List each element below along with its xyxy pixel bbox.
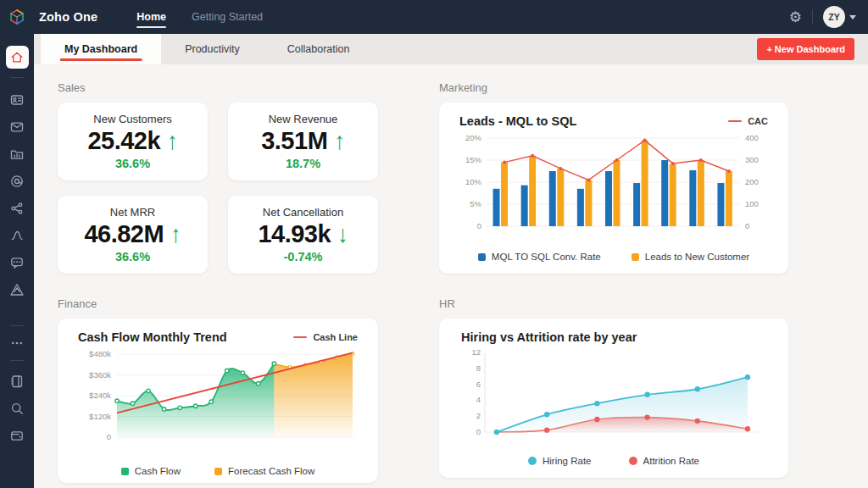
brand-title: Zoho One	[39, 10, 97, 24]
section-hr: HR Hiring vs Attrition rate by year 1286…	[439, 297, 788, 488]
sidebar-item-flow[interactable]	[6, 225, 28, 247]
kpi-value: 14.93k	[258, 220, 331, 248]
svg-text:300: 300	[745, 155, 759, 164]
sidebar-divider	[10, 325, 24, 326]
sidebar-item-wallet[interactable]	[6, 424, 28, 446]
hr-chart-card[interactable]: Hiring vs Attrition rate by year 1286420…	[439, 319, 788, 478]
chart-title: Cash Flow Monthly Trend	[78, 330, 227, 344]
zoho-logo-icon[interactable]	[0, 0, 34, 34]
svg-text:20%: 20%	[465, 133, 482, 142]
tab-productivity[interactable]: Productivity	[161, 34, 264, 64]
sidebar-item-notebook[interactable]	[6, 370, 28, 392]
kpi-value: 46.82M	[84, 220, 164, 248]
tab-collaboration[interactable]: Collaboration	[264, 34, 374, 64]
svg-text:15%: 15%	[465, 155, 482, 164]
user-menu[interactable]: ZY	[823, 6, 856, 28]
svg-text:200: 200	[745, 177, 759, 186]
avatar[interactable]: ZY	[823, 6, 845, 28]
sidebar-item-search[interactable]	[6, 397, 28, 419]
section-marketing: Marketing Leads - MQL to SQL CAC 20%4001…	[439, 81, 788, 279]
kpi-title: Net Cancellation	[263, 206, 343, 219]
topbar-divider	[812, 9, 813, 25]
legend-cash-flow: Cash Flow	[121, 466, 181, 476]
section-label-marketing: Marketing	[439, 81, 788, 94]
kpi-change: 36.6%	[115, 250, 150, 263]
svg-text:2: 2	[476, 411, 481, 420]
arrow-up-icon: ↑	[167, 129, 178, 153]
kpi-card-new-revenue[interactable]: New Revenue 3.51M ↑ 18.7%	[228, 103, 378, 180]
svg-text:5%: 5%	[470, 199, 481, 208]
flow-icon	[9, 228, 25, 243]
sidebar-item-home[interactable]	[6, 46, 29, 69]
section-sales: Sales New Customers 25.42k ↑ 36.6% New R…	[58, 81, 378, 279]
sidebar-item-more-ellipsis[interactable]	[6, 332, 28, 354]
kpi-title: New Customers	[93, 113, 171, 125]
arrow-up-icon: ↑	[170, 222, 181, 247]
kpi-card-net-mrr[interactable]: Net MRR 46.82M ↑ 36.6%	[58, 196, 208, 274]
svg-text:$120k: $120k	[89, 412, 111, 421]
sidebar-item-at-sign[interactable]	[6, 170, 28, 192]
chart-title: Hiring vs Attrition rate by year	[461, 330, 637, 344]
gear-icon[interactable]: ⚙	[789, 10, 802, 25]
kpi-card-net-cancellation[interactable]: Net Cancellation 14.93k ↓ -0.74%	[228, 196, 378, 274]
dashboard-main: Sales New Customers 25.42k ↑ 36.6% New R…	[34, 64, 868, 488]
mail-icon	[9, 119, 25, 135]
svg-text:0: 0	[477, 221, 481, 230]
wallet-icon	[9, 428, 25, 443]
sales-kpi-grid: New Customers 25.42k ↑ 36.6% New Revenue…	[58, 103, 378, 274]
section-label-hr: HR	[439, 297, 788, 310]
sidebar-item-mail[interactable]	[6, 116, 28, 138]
cyan-dot-icon	[528, 457, 537, 465]
section-label-finance: Finance	[58, 297, 378, 310]
kpi-change: -0.74%	[284, 250, 323, 263]
at-sign-icon	[9, 174, 25, 189]
legend-cash-line: Cash Line	[293, 332, 358, 342]
app-sidebar	[0, 34, 34, 488]
id-card-icon	[9, 92, 25, 108]
svg-text:$480k: $480k	[89, 349, 111, 358]
share-nodes-icon	[9, 201, 25, 216]
chart-title: Leads - MQL to SQL	[459, 114, 576, 128]
topbar: Zoho One Home Getting Started ⚙ ZY	[0, 0, 868, 34]
tab-my-dashboard[interactable]: My Dashboard	[41, 34, 161, 64]
marketing-chart: 20%40015%30010%2005%10000	[459, 131, 768, 248]
topnav-home[interactable]: Home	[136, 0, 166, 34]
chat-icon	[9, 255, 25, 270]
red-line-swatch-icon	[728, 120, 742, 122]
svg-text:0: 0	[476, 427, 481, 436]
svg-text:$240k: $240k	[89, 391, 111, 400]
kpi-value: 3.51M	[261, 127, 327, 155]
new-dashboard-button[interactable]: + New Dashboard	[757, 38, 854, 60]
legend-cac: CAC	[728, 116, 768, 126]
red-line-swatch-icon	[293, 336, 307, 338]
notebook-icon	[9, 374, 25, 389]
svg-text:400: 400	[745, 133, 759, 142]
orange-square-icon	[214, 468, 222, 475]
section-finance: Finance Cash Flow Monthly Trend Cash Lin…	[58, 297, 378, 488]
section-label-sales: Sales	[58, 81, 378, 94]
kpi-card-new-customers[interactable]: New Customers 25.42k ↑ 36.6%	[58, 103, 208, 180]
sidebar-item-mountain[interactable]	[6, 279, 28, 301]
sidebar-item-id-card[interactable]	[6, 89, 28, 111]
top-navigation: Home Getting Started	[136, 0, 263, 34]
kpi-title: Net MRR	[110, 206, 155, 219]
kpi-title: New Revenue	[269, 113, 338, 125]
sidebar-item-folder-chart[interactable]	[6, 143, 28, 165]
svg-text:12: 12	[471, 347, 481, 357]
kpi-value: 25.42k	[87, 127, 160, 155]
red-dot-icon	[629, 457, 637, 465]
legend-forecast-cash-flow: Forecast Cash Flow	[214, 466, 314, 476]
finance-chart: $480k$360k$240k$120k0	[78, 347, 358, 463]
arrow-down-icon: ↓	[337, 222, 348, 247]
svg-text:10%: 10%	[465, 177, 482, 186]
arrow-up-icon: ↑	[334, 129, 345, 153]
topnav-getting-started[interactable]: Getting Started	[192, 0, 263, 34]
dashboard-tabbar: My Dashboard Productivity Collaboration …	[34, 34, 868, 64]
marketing-chart-card[interactable]: Leads - MQL to SQL CAC 20%40015%30010%20…	[439, 103, 788, 274]
folder-chart-icon	[9, 147, 25, 162]
sidebar-item-chat[interactable]	[6, 252, 28, 274]
sidebar-item-share-nodes[interactable]	[6, 197, 28, 219]
finance-chart-card[interactable]: Cash Flow Monthly Trend Cash Line $480k$…	[58, 319, 378, 483]
svg-text:0: 0	[107, 432, 111, 441]
legend-leads: Leads to New Customer	[632, 252, 749, 262]
